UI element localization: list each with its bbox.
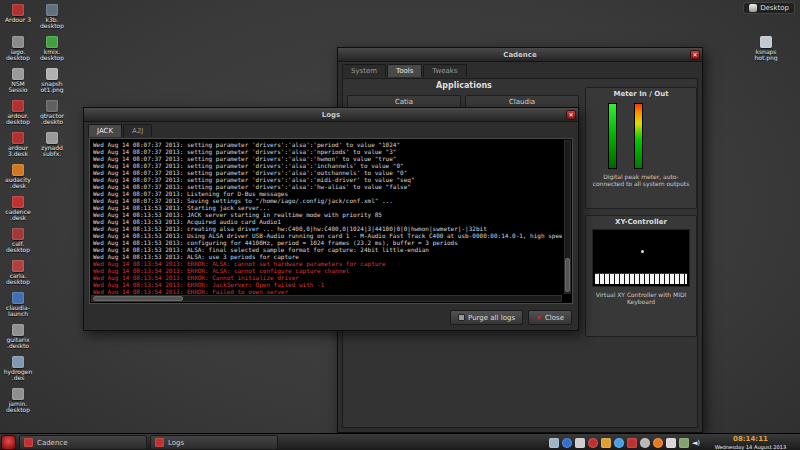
desktop-icon-label: ardour 3.desk bbox=[2, 145, 34, 157]
desktop-icon[interactable]: NSM Sessio bbox=[2, 68, 34, 98]
desktop-icon-glyph bbox=[12, 324, 24, 336]
log-line: Wed Aug 14 08:07:37 2013: setting parame… bbox=[93, 183, 562, 190]
desktop-icon[interactable]: iago. desktop bbox=[2, 36, 34, 66]
desktop-icon-glyph bbox=[46, 68, 58, 80]
desktop-icon[interactable]: zynadd subfx. bbox=[36, 132, 68, 162]
desktop-icon-label: hydrogen .des bbox=[2, 369, 34, 381]
tray-icon-firefox[interactable] bbox=[653, 438, 663, 448]
tray-icon-klipper[interactable] bbox=[679, 438, 689, 448]
log-line: Wed Aug 14 08:13:54 2013: ERROR: Failed … bbox=[93, 288, 562, 294]
app-menu-button[interactable] bbox=[1, 435, 16, 450]
system-tray: ◄) bbox=[549, 434, 700, 450]
tray-icon-volume[interactable]: ◄) bbox=[692, 438, 700, 448]
log-line: Wed Aug 14 08:07:37 2013: setting parame… bbox=[93, 148, 562, 155]
desktop-icon[interactable]: claudia- launch bbox=[2, 292, 34, 322]
desktop-icon-label: cadence .desk bbox=[2, 209, 34, 221]
desktop-icon-glyph bbox=[12, 4, 24, 16]
horizontal-scrollbar-thumb[interactable] bbox=[93, 296, 183, 301]
desktop-icon-glyph bbox=[12, 36, 24, 48]
task-label: Logs bbox=[168, 439, 184, 447]
purge-all-logs-button[interactable]: Purge all logs bbox=[450, 310, 523, 325]
midi-keyboard-preview bbox=[595, 273, 687, 284]
desktop-icon-column-1: Ardour 3iago. desktopNSM Sessioardour. d… bbox=[2, 4, 34, 418]
log-line: Wed Aug 14 08:13:53 2013: creating alsa … bbox=[93, 225, 562, 232]
log-lines: Wed Aug 14 08:07:37 2013: setting parame… bbox=[93, 141, 562, 294]
desktop-icon-ksnapshot[interactable]: ksnaps hot.png bbox=[750, 36, 782, 66]
taskbar-task-logs[interactable]: Logs bbox=[150, 435, 278, 450]
tray-icon-network[interactable] bbox=[614, 438, 624, 448]
tray-icon-clipboard[interactable] bbox=[575, 438, 585, 448]
cadence-tab-tools[interactable]: Tools bbox=[387, 64, 422, 77]
desktop-icon-glyph bbox=[46, 100, 58, 112]
desktop-icon[interactable]: ardour 3.desk bbox=[2, 132, 34, 162]
desktop-icon[interactable]: hydrogen .des bbox=[2, 356, 34, 386]
meter-in-out-launcher[interactable]: Meter In / Out Digital peak meter, auto-… bbox=[585, 87, 697, 209]
tray-icon-red-app[interactable] bbox=[588, 438, 598, 448]
desktop: Ardour 3iago. desktopNSM Sessioardour. d… bbox=[0, 0, 800, 450]
plasma-toolbox-icon bbox=[749, 4, 757, 12]
tray-icon-display[interactable] bbox=[549, 438, 559, 448]
tray-icon-bluetooth[interactable] bbox=[562, 438, 572, 448]
clock[interactable]: 08:14:11 Wednesday 14 August 2013 bbox=[703, 435, 798, 450]
desktop-icon[interactable]: ardour. desktop bbox=[2, 100, 34, 130]
desktop-icon[interactable]: k3b. desktop bbox=[36, 4, 68, 34]
desktop-icon[interactable]: kmix. desktop bbox=[36, 36, 68, 66]
cadence-titlebar[interactable]: Cadence ✕ bbox=[338, 48, 702, 62]
cadence-tab-system[interactable]: System bbox=[342, 64, 386, 77]
close-logs-button[interactable]: ✕ Close bbox=[528, 310, 572, 325]
desktop-icon[interactable]: guitarix .deskto bbox=[2, 324, 34, 354]
desktop-icon-label: calf. desktop bbox=[2, 241, 34, 253]
logs-window-title: Logs bbox=[322, 111, 340, 119]
logs-button-row: Purge all logs ✕ Close bbox=[450, 310, 572, 325]
tray-icon-notes[interactable] bbox=[601, 438, 611, 448]
xy-pad-preview bbox=[592, 229, 690, 287]
desktop-icon-label: guitarix .deskto bbox=[2, 337, 34, 349]
desktop-icon-column-2: k3b. desktopkmix. desktopsnapsh ot1.pngq… bbox=[36, 4, 68, 162]
vertical-scrollbar[interactable] bbox=[564, 140, 571, 294]
task-icon bbox=[24, 438, 33, 447]
applications-header: Applications bbox=[345, 81, 583, 93]
meter-box-title: Meter In / Out bbox=[586, 88, 696, 99]
desktop-icon[interactable]: cadence .desk bbox=[2, 196, 34, 226]
desktop-icon[interactable]: carla. desktop bbox=[2, 260, 34, 290]
log-line: Wed Aug 14 08:13:54 2013: ERROR: JackSer… bbox=[93, 281, 562, 288]
cadence-tab-tweaks[interactable]: Tweaks bbox=[423, 64, 466, 77]
log-line: Wed Aug 14 08:13:54 2013: ERROR: ALSA: c… bbox=[93, 267, 562, 274]
clock-time: 08:14:11 bbox=[703, 435, 798, 443]
desktop-icon-label: kmix. desktop bbox=[36, 49, 68, 61]
cadence-window-title: Cadence bbox=[503, 51, 537, 59]
desktop-icon[interactable]: qtractor .deskto bbox=[36, 100, 68, 130]
xy-controller-launcher[interactable]: XY-Controller Virtual XY Controller with… bbox=[585, 215, 697, 337]
log-line: Wed Aug 14 08:07:37 2013: Saving setting… bbox=[93, 197, 562, 204]
desktop-icon[interactable]: Ardour 3 bbox=[2, 4, 34, 34]
close-button[interactable]: ✕ bbox=[690, 50, 700, 60]
desktop-icon[interactable]: snapsh ot1.png bbox=[36, 68, 68, 98]
desktop-icon-label: zynadd subfx. bbox=[36, 145, 68, 157]
meter-box-caption: Digital peak meter, auto-connected to al… bbox=[586, 169, 696, 187]
desktop-icon[interactable]: audacity .desk bbox=[2, 164, 34, 194]
tray-icon-gray-app[interactable] bbox=[640, 438, 650, 448]
logs-tab-a2j[interactable]: A2J bbox=[123, 124, 152, 137]
logs-titlebar[interactable]: Logs ✕ bbox=[84, 108, 578, 122]
tray-icon-cadence[interactable] bbox=[627, 438, 637, 448]
desktop-icon-glyph bbox=[46, 36, 58, 48]
logs-tab-jack[interactable]: JACK bbox=[88, 124, 122, 137]
close-icon: ✕ bbox=[536, 314, 542, 322]
meter-bar-right bbox=[634, 103, 643, 169]
vertical-scrollbar-thumb[interactable] bbox=[565, 258, 570, 292]
taskbar-task-cadence[interactable]: Cadence bbox=[19, 435, 147, 450]
log-line: Wed Aug 14 08:13:54 2013: ERROR: ALSA: c… bbox=[93, 260, 562, 267]
desktop-toolbox[interactable]: Desktop bbox=[743, 2, 795, 14]
horizontal-scrollbar[interactable] bbox=[91, 295, 562, 302]
log-line: Wed Aug 14 08:13:53 2013: Starting jack … bbox=[93, 204, 562, 211]
log-line: Wed Aug 14 08:07:37 2013: setting parame… bbox=[93, 141, 562, 148]
desktop-icon[interactable]: calf. desktop bbox=[2, 228, 34, 258]
desktop-icon-label: claudia- launch bbox=[2, 305, 34, 317]
task-icon bbox=[155, 438, 164, 447]
desktop-icon-glyph bbox=[12, 356, 24, 368]
desktop-icon[interactable]: jamin. desktop bbox=[2, 388, 34, 418]
log-output: Wed Aug 14 08:07:37 2013: setting parame… bbox=[89, 138, 573, 304]
close-button[interactable]: ✕ bbox=[566, 110, 576, 120]
logs-tabbar: JACKA2J bbox=[84, 122, 578, 137]
tray-icon-mail[interactable] bbox=[666, 438, 676, 448]
